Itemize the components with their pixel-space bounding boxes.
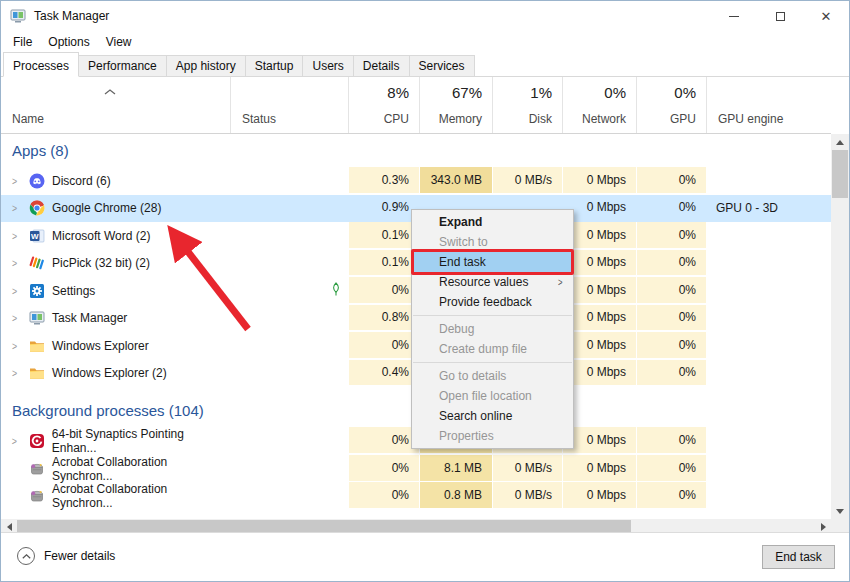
synaptics-icon: [29, 433, 45, 449]
menu-item-end-task[interactable]: End task: [412, 252, 573, 272]
scroll-up-button[interactable]: [831, 134, 849, 150]
status-cell: [230, 455, 348, 483]
expand-chevron-icon[interactable]: >: [8, 285, 22, 297]
cpu-value-cell: 0.8%: [348, 305, 419, 333]
menu-item-debug: Debug: [412, 319, 573, 339]
expand-chevron-icon[interactable]: >: [8, 230, 22, 242]
menu-options[interactable]: Options: [40, 33, 97, 51]
tab-services[interactable]: Services: [409, 55, 475, 76]
gpu-value-cell: 0%: [636, 167, 706, 195]
tab-processes[interactable]: Processes: [3, 52, 79, 77]
cpu-value-cell: 0.3%: [348, 167, 419, 195]
memory-column-label: Memory: [439, 112, 482, 126]
tab-performance[interactable]: Performance: [78, 55, 167, 76]
vertical-scrollbar-thumb[interactable]: [832, 150, 848, 198]
menu-item-resource-values[interactable]: Resource values>: [412, 272, 573, 292]
gpu-engine-cell: [706, 360, 831, 388]
process-row[interactable]: >Acrobat Collaboration Synchron...0%8.1 …: [1, 455, 831, 483]
expand-chevron-icon[interactable]: >: [8, 435, 21, 447]
footer-bar: Fewer details End task: [1, 532, 849, 581]
gpu-engine-cell: [706, 305, 831, 333]
end-task-button[interactable]: End task: [762, 545, 835, 569]
tab-startup[interactable]: Startup: [245, 55, 304, 76]
suspended-leaf-icon: [330, 282, 342, 300]
column-header-name[interactable]: Name: [1, 77, 230, 133]
expand-chevron-icon[interactable]: >: [8, 202, 22, 214]
minimize-button[interactable]: [711, 1, 757, 31]
expand-chevron-icon[interactable]: >: [8, 340, 22, 352]
column-header-row: Name Status 8% CPU 67% Memory 1% Disk 0%…: [1, 77, 831, 134]
memory-value-cell: 343.0 MB: [419, 167, 492, 195]
menu-item-provide-feedback[interactable]: Provide feedback: [412, 292, 573, 312]
process-row[interactable]: >Acrobat Collaboration Synchron...0%0.8 …: [1, 482, 831, 510]
collapse-circle-icon: [17, 547, 35, 565]
fewer-details-label: Fewer details: [44, 549, 115, 563]
network-value-cell: 0 Mbps: [562, 167, 636, 195]
menu-item-search-online[interactable]: Search online: [412, 406, 573, 426]
scroll-right-icon: [821, 523, 826, 531]
process-name: Windows Explorer (2): [52, 366, 167, 380]
column-header-status[interactable]: Status: [230, 77, 348, 133]
disk-value-cell: 0 MB/s: [492, 455, 562, 483]
network-value-cell: 0 Mbps: [562, 482, 636, 510]
fewer-details-toggle[interactable]: Fewer details: [17, 547, 115, 565]
taskmgr-icon: [29, 310, 45, 326]
gpu-value-cell: 0%: [636, 482, 706, 510]
gpu-value-cell: 0%: [636, 427, 706, 455]
status-cell: [230, 482, 348, 510]
gpu-value-cell: 0%: [636, 305, 706, 333]
status-cell: [230, 305, 348, 333]
expand-chevron-icon[interactable]: >: [8, 367, 22, 379]
expand-chevron-icon[interactable]: >: [8, 257, 22, 269]
network-value-cell: 0 Mbps: [562, 455, 636, 483]
discord-icon: [29, 173, 45, 189]
network-total-percent: 0%: [604, 84, 626, 101]
gpu-value-cell: 0%: [636, 277, 706, 305]
gpu-engine-cell: [706, 167, 831, 195]
menu-item-expand[interactable]: Expand: [412, 212, 573, 232]
menu-item-properties: Properties: [412, 426, 573, 446]
menu-file[interactable]: File: [5, 33, 40, 51]
expand-chevron-icon[interactable]: >: [8, 312, 22, 324]
section-header[interactable]: Apps (8): [1, 134, 831, 167]
gpu-column-label: GPU: [670, 112, 696, 126]
scroll-down-button[interactable]: [831, 503, 849, 519]
maximize-icon: [776, 12, 785, 21]
gpu-value-cell: 0%: [636, 222, 706, 250]
maximize-button[interactable]: [757, 1, 803, 31]
submenu-chevron-icon: >: [558, 276, 563, 288]
column-header-disk[interactable]: 1% Disk: [492, 77, 562, 133]
tab-users[interactable]: Users: [302, 55, 353, 76]
scroll-up-icon: [836, 140, 844, 145]
gpu-engine-cell: [706, 332, 831, 360]
column-header-gpu[interactable]: 0% GPU: [636, 77, 706, 133]
process-name: Settings: [52, 284, 95, 298]
menu-item-open-file-location: Open file location: [412, 386, 573, 406]
column-header-gpu-engine[interactable]: GPU engine: [706, 77, 831, 133]
column-header-memory[interactable]: 67% Memory: [419, 77, 492, 133]
close-icon: ✕: [821, 10, 832, 23]
status-cell: [230, 250, 348, 278]
column-header-cpu[interactable]: 8% CPU: [348, 77, 419, 133]
menu-separator: [413, 315, 572, 316]
acrobat-icon: [29, 488, 45, 504]
expand-chevron-icon[interactable]: >: [8, 175, 22, 187]
menu-item-switch-to: Switch to: [412, 232, 573, 252]
tab-details[interactable]: Details: [353, 55, 410, 76]
memory-value-cell: 8.1 MB: [419, 455, 492, 483]
vertical-scrollbar[interactable]: [831, 134, 849, 519]
cpu-total-percent: 8%: [387, 84, 409, 101]
settings-icon: [29, 283, 45, 299]
memory-value-cell: 0.8 MB: [419, 482, 492, 510]
gpu-value-cell: 0%: [636, 250, 706, 278]
menu-view[interactable]: View: [98, 33, 140, 51]
process-row[interactable]: >Discord (6)0.3%343.0 MB0 MB/s0 Mbps0%: [1, 167, 831, 195]
tab-app-history[interactable]: App history: [166, 55, 246, 76]
status-cell: [230, 332, 348, 360]
close-button[interactable]: ✕: [803, 1, 849, 31]
cpu-value-cell: 0%: [348, 482, 419, 510]
section-header-label: Apps (8): [12, 142, 69, 159]
gpu-engine-cell: [706, 482, 831, 510]
cpu-value-cell: 0.1%: [348, 222, 419, 250]
column-header-network[interactable]: 0% Network: [562, 77, 636, 133]
